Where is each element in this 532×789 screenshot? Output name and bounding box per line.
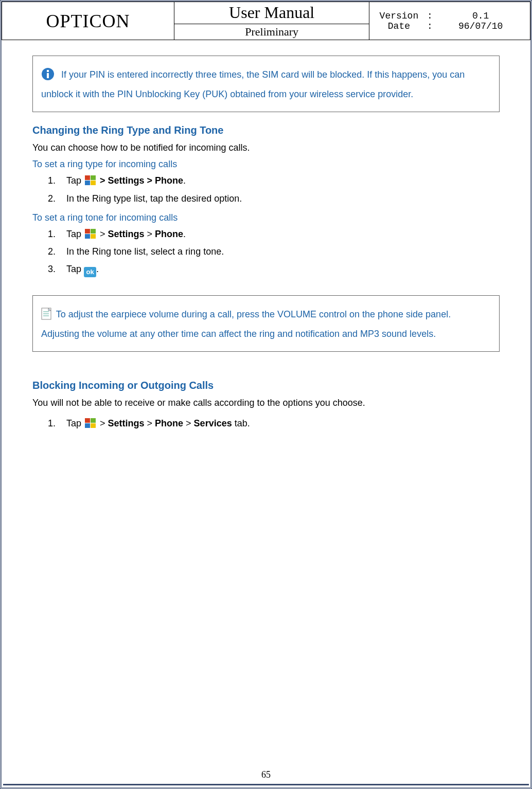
steps-list-blocking: Tap > Settings > Phone > Services tab. [58, 415, 500, 432]
date-row: Date : 96/07/10 [376, 21, 524, 31]
step-text: Tap [66, 264, 84, 274]
svg-rect-3 [85, 175, 90, 180]
tip-note-box: To adjust the earpiece volume during a c… [32, 295, 500, 352]
step-text: > [145, 418, 155, 428]
steps-list-ringtype: Tap > Settings > Phone. In the Ring type… [58, 172, 500, 207]
brand-text: OPTICON [46, 11, 130, 31]
date-value: 96/07/10 [437, 21, 524, 31]
colon: : [422, 11, 437, 21]
step-text: Tap [66, 418, 84, 428]
step-end: . [183, 175, 186, 186]
step-text: > [97, 229, 108, 239]
subtitle-cell: Preliminary [174, 24, 369, 40]
list-item: Tap > Settings > Phone > Services tab. [58, 415, 500, 432]
step-text: In the Ring type list, tap the desired o… [66, 193, 242, 204]
step-text: > [97, 418, 108, 428]
title-cell: User Manual [174, 2, 369, 24]
doc-subtitle: Preliminary [245, 25, 298, 38]
info-note-box: If your PIN is entered incorrectly three… [32, 56, 500, 112]
step-bold: Services [194, 418, 232, 428]
svg-rect-8 [91, 229, 96, 234]
step-text: In the Ring tone list, select a ring ton… [66, 246, 224, 257]
list-item: Tap ok. [58, 260, 500, 278]
date-label: Date [376, 21, 422, 31]
colon: : [422, 21, 437, 31]
section-intro-blocking: You will not be able to receive or make … [32, 396, 500, 410]
steps-list-ringtone: Tap > Settings > Phone. In the Ring tone… [58, 225, 500, 278]
svg-rect-16 [91, 418, 96, 423]
step-text: > [145, 229, 155, 239]
svg-rect-10 [91, 234, 96, 239]
svg-rect-9 [85, 234, 90, 239]
svg-rect-1 [47, 70, 49, 72]
brand-cell: OPTICON [2, 2, 174, 40]
version-label: Version [376, 11, 422, 21]
section-heading-ringtype: Changing the Ring Type and Ring Tone [32, 124, 500, 136]
tip-note-text-post: sound levels. [379, 329, 436, 339]
svg-rect-15 [85, 418, 90, 423]
section-intro-ringtype: You can choose how to be notified for in… [32, 140, 500, 155]
meta-cell: Version : 0.1 Date : 96/07/10 [369, 2, 530, 40]
windows-start-icon [85, 227, 96, 238]
document-header: OPTICON User Manual Version : 0.1 Date :… [2, 2, 530, 40]
step-bold: Phone [155, 418, 183, 428]
step-bold: Settings [108, 229, 145, 239]
list-item: Tap > Settings > Phone. [58, 225, 500, 243]
svg-rect-18 [91, 423, 96, 428]
page-number: 65 [2, 769, 530, 780]
info-icon [41, 67, 55, 81]
svg-rect-7 [85, 229, 90, 234]
subheading-ringtone: To set a ring tone for incoming calls [32, 212, 500, 223]
step-end: . [183, 229, 186, 239]
subheading-ringtype: To set a ring type for incoming calls [32, 159, 500, 170]
version-value: 0.1 [437, 11, 524, 21]
step-text: tab. [232, 418, 250, 428]
svg-rect-2 [47, 73, 49, 78]
step-end: . [96, 264, 99, 274]
list-item: In the Ring tone list, select a ring ton… [58, 243, 500, 260]
svg-rect-6 [91, 181, 96, 185]
list-item: In the Ring type list, tap the desired o… [58, 190, 500, 207]
note-page-icon [41, 308, 51, 320]
step-bold: Settings [108, 418, 145, 428]
svg-rect-17 [85, 423, 90, 428]
info-note-text: If your PIN is entered incorrectly three… [41, 69, 465, 99]
windows-start-icon [85, 174, 96, 184]
svg-rect-4 [91, 175, 96, 180]
step-bold: Phone [155, 229, 183, 239]
tip-note-and: and MP3 [342, 329, 379, 339]
ok-icon: ok [84, 267, 96, 277]
section-heading-blocking: Blocking Incoming or Outgoing Calls [32, 380, 500, 391]
page-content: If your PIN is entered incorrectly three… [2, 40, 530, 432]
windows-start-icon [85, 417, 96, 427]
step-text: Tap [66, 229, 84, 239]
step-text: Tap [66, 175, 84, 186]
list-item: Tap > Settings > Phone. [58, 172, 500, 189]
step-text: > [183, 418, 194, 428]
step-bold: > Settings > Phone [97, 175, 183, 186]
version-row: Version : 0.1 [376, 11, 524, 21]
footer-divider [3, 784, 529, 785]
svg-rect-5 [85, 181, 90, 185]
doc-title: User Manual [229, 3, 314, 22]
